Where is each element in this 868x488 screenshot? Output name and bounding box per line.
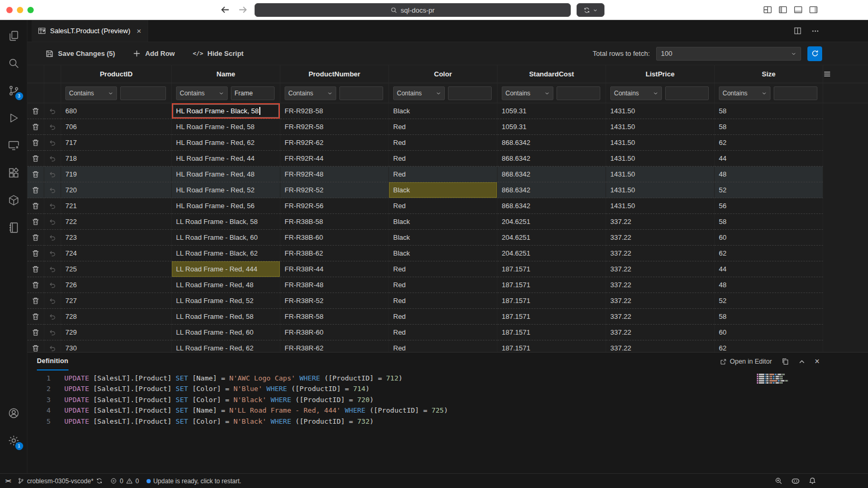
revert-row-button[interactable] — [44, 167, 61, 182]
definition-tab[interactable]: Definition — [37, 353, 69, 370]
cell-name[interactable]: HL Road Frame - Red, 48 — [172, 167, 280, 182]
delete-row-button[interactable] — [27, 325, 44, 340]
collapse-panel-icon[interactable] — [798, 358, 805, 365]
delete-row-button[interactable] — [27, 135, 44, 151]
delete-row-button[interactable] — [27, 293, 44, 309]
activity-settings[interactable]: 1 — [1, 427, 26, 454]
cell-list_price[interactable]: 1431.50 — [606, 151, 715, 167]
cell-product_id[interactable]: 726 — [61, 277, 172, 293]
cell-color[interactable]: Red — [389, 340, 498, 352]
revert-row-button[interactable] — [44, 293, 61, 309]
cell-list_price[interactable]: 337.22 — [606, 277, 715, 293]
cell-standard_cost[interactable]: 187.1571 — [498, 261, 606, 277]
cell-standard_cost[interactable]: 868.6342 — [498, 167, 606, 182]
back-button[interactable] — [220, 5, 230, 15]
activity-accounts[interactable] — [1, 399, 26, 427]
cell-list_price[interactable]: 1431.50 — [606, 135, 715, 151]
cell-standard_cost[interactable]: 1059.31 — [498, 103, 606, 119]
cell-product_id[interactable]: 721 — [61, 198, 172, 214]
revert-row-button[interactable] — [44, 214, 61, 230]
toggle-primary-sidebar-icon[interactable] — [778, 5, 787, 14]
cell-product_id[interactable]: 728 — [61, 309, 172, 325]
revert-row-button[interactable] — [44, 198, 61, 214]
tab-close-icon[interactable]: × — [136, 26, 141, 35]
cell-edit-input[interactable]: HL Road Frame - Black, 58 — [172, 103, 280, 119]
cell-size[interactable]: 62 — [715, 246, 823, 261]
cell-color[interactable]: Black — [389, 182, 498, 198]
delete-row-button[interactable] — [27, 261, 44, 277]
cell-standard_cost[interactable]: 187.1571 — [498, 309, 606, 325]
cell-name[interactable]: LL Road Frame - Red, 48 — [172, 277, 280, 293]
cell-size[interactable]: 48 — [715, 167, 823, 182]
cell-name[interactable]: HL Road Frame - Red, 62 — [172, 135, 280, 151]
cell-size[interactable]: 56 — [715, 198, 823, 214]
column-header-name[interactable]: Name — [172, 65, 280, 83]
cell-list_price[interactable]: 1431.50 — [606, 198, 715, 214]
delete-row-button[interactable] — [27, 246, 44, 261]
cell-standard_cost[interactable]: 187.1571 — [498, 325, 606, 340]
cell-list_price[interactable]: 337.22 — [606, 246, 715, 261]
cell-product_number[interactable]: FR-R92R-62 — [280, 135, 389, 151]
filter-input-size[interactable] — [774, 86, 817, 100]
minimap[interactable] — [757, 374, 801, 384]
filter-input-product_id[interactable] — [120, 86, 166, 100]
copy-icon[interactable] — [782, 358, 789, 365]
cell-product_number[interactable]: FR-R38R-52 — [280, 293, 389, 309]
customize-layout-icon[interactable] — [763, 5, 772, 14]
delete-row-button[interactable] — [27, 167, 44, 182]
cell-product_number[interactable]: FR-R38R-62 — [280, 340, 389, 352]
cell-color[interactable]: Black — [389, 214, 498, 230]
cell-product_id[interactable]: 724 — [61, 246, 172, 261]
cell-product_number[interactable]: FR-R92R-48 — [280, 167, 389, 182]
cell-name[interactable]: LL Road Frame - Black, 62 — [172, 246, 280, 261]
cell-size[interactable]: 44 — [715, 261, 823, 277]
cell-color[interactable]: Red — [389, 119, 498, 135]
cell-product_number[interactable]: FR-R38R-44 — [280, 261, 389, 277]
cell-standard_cost[interactable]: 1059.31 — [498, 119, 606, 135]
cell-product_id[interactable]: 680 — [61, 103, 172, 119]
delete-row-button[interactable] — [27, 151, 44, 167]
cell-size[interactable]: 58 — [715, 214, 823, 230]
filter-operator-size[interactable]: Contains — [719, 86, 771, 100]
cell-color[interactable]: Black — [389, 246, 498, 261]
open-in-editor-button[interactable]: Open in Editor — [720, 358, 772, 365]
delete-row-button[interactable] — [27, 182, 44, 198]
cell-product_number[interactable]: FR-R92R-58 — [280, 119, 389, 135]
revert-row-button[interactable] — [44, 119, 61, 135]
cell-product_id[interactable]: 717 — [61, 135, 172, 151]
activity-database-projects[interactable] — [1, 187, 26, 214]
update-status[interactable]: Update is ready, click to restart. — [147, 477, 241, 485]
maximize-window-button[interactable] — [27, 7, 34, 13]
cell-size[interactable]: 52 — [715, 182, 823, 198]
save-changes-button[interactable]: Save Changes (5) — [45, 50, 115, 58]
delete-row-button[interactable] — [27, 277, 44, 293]
cell-standard_cost[interactable]: 187.1571 — [498, 277, 606, 293]
column-header-standard_cost[interactable]: StandardCost — [498, 65, 606, 83]
revert-row-button[interactable] — [44, 261, 61, 277]
delete-row-button[interactable] — [27, 214, 44, 230]
cell-product_number[interactable]: FR-R38R-48 — [280, 277, 389, 293]
cell-standard_cost[interactable]: 868.6342 — [498, 198, 606, 214]
cell-name[interactable]: HL Road Frame - Red, 52 — [172, 182, 280, 198]
tab-saleslt-product[interactable]: SalesLT.Product (Preview) × — [32, 20, 148, 42]
cell-name[interactable]: LL Road Frame - Red, 58 — [172, 309, 280, 325]
cell-color[interactable]: Black — [389, 103, 498, 119]
copilot-icon[interactable] — [791, 476, 800, 485]
cell-product_id[interactable]: 720 — [61, 182, 172, 198]
delete-row-button[interactable] — [27, 340, 44, 352]
minimize-window-button[interactable] — [17, 7, 23, 13]
cell-list_price[interactable]: 337.22 — [606, 293, 715, 309]
delete-row-button[interactable] — [27, 103, 44, 119]
cell-color[interactable]: Red — [389, 309, 498, 325]
cell-size[interactable]: 44 — [715, 151, 823, 167]
revert-row-button[interactable] — [44, 246, 61, 261]
command-center-search[interactable]: sql-docs-pr — [255, 3, 571, 17]
cell-size[interactable]: 62 — [715, 340, 823, 352]
filter-input-standard_cost[interactable] — [557, 86, 600, 100]
filter-operator-standard_cost[interactable]: Contains — [502, 86, 553, 100]
cell-product_number[interactable]: FR-R92B-58 — [280, 103, 389, 119]
cell-product_id[interactable]: 727 — [61, 293, 172, 309]
cell-standard_cost[interactable]: 868.6342 — [498, 151, 606, 167]
cell-color[interactable]: Red — [389, 325, 498, 340]
cell-list_price[interactable]: 337.22 — [606, 309, 715, 325]
